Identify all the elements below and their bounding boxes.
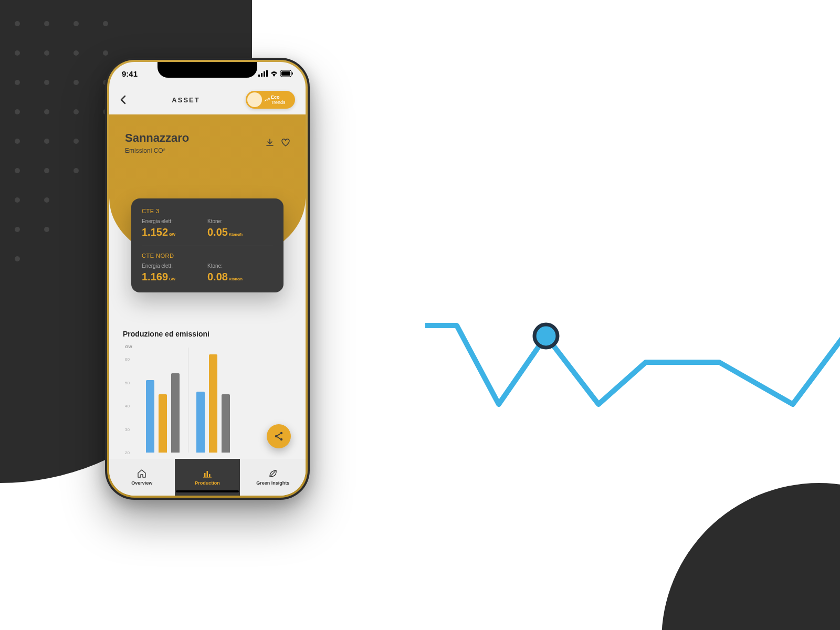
- svg-rect-15: [209, 474, 211, 477]
- home-icon: [137, 469, 146, 478]
- leaf-icon: [268, 469, 278, 478]
- share-icon: [274, 431, 284, 442]
- toggle-knob: [247, 92, 262, 107]
- svg-rect-2: [261, 73, 262, 77]
- asset-subtitle: Emissioni CO²: [125, 147, 189, 154]
- phone-mockup: 9:41 ASSET Eco Trends: [105, 58, 310, 500]
- bar: [171, 373, 180, 453]
- download-icon: [266, 139, 274, 147]
- svg-rect-6: [281, 71, 290, 76]
- section-name: CTE NORD: [142, 253, 273, 259]
- chart-title: Produzione ed emissioni: [123, 330, 292, 338]
- svg-line-11: [277, 434, 280, 436]
- tab-label: Production: [195, 480, 220, 486]
- chart-tick: 60: [125, 357, 130, 362]
- svg-point-10: [280, 438, 282, 440]
- section-name: CTE 3: [142, 208, 273, 214]
- heart-icon: [281, 139, 290, 147]
- bar-group: [146, 373, 180, 453]
- bg-shape-bottom-right: [662, 483, 840, 630]
- eco-trends-toggle[interactable]: Eco Trends: [246, 91, 295, 109]
- svg-rect-1: [258, 75, 260, 77]
- tab-overview[interactable]: Overview: [109, 459, 175, 496]
- card-section-ctenord: CTE NORD Energia elett: 1.169GW Ktone: 0…: [142, 253, 273, 283]
- metrics-card: CTE 3 Energia elett: 1.152GW Ktone: 0.05…: [131, 198, 284, 292]
- asset-title: Sannazzaro: [125, 131, 189, 145]
- back-button[interactable]: [120, 95, 126, 104]
- ktone-label: Ktone:: [207, 218, 273, 224]
- ktone-value: 0.05Ktone/h: [207, 226, 273, 238]
- app-screen: 9:41 ASSET Eco Trends: [109, 62, 306, 496]
- share-fab[interactable]: [267, 424, 291, 448]
- svg-line-12: [277, 437, 280, 439]
- wifi-icon: [270, 70, 278, 77]
- energy-value: 1.169GW: [142, 271, 207, 283]
- svg-rect-4: [266, 70, 268, 77]
- chart-tick: 30: [125, 427, 130, 432]
- energy-label: Energia elett:: [142, 218, 207, 224]
- trend-up-icon: [265, 98, 270, 102]
- chart-tick: 50: [125, 380, 130, 385]
- bar: [146, 380, 154, 453]
- download-button[interactable]: [266, 139, 274, 147]
- decorative-dot-grid: [15, 21, 120, 284]
- tab-label: Overview: [131, 480, 152, 486]
- bar-group: [196, 354, 230, 453]
- svg-rect-3: [264, 71, 265, 77]
- bar: [222, 394, 230, 453]
- card-divider: [142, 246, 273, 246]
- bar: [196, 392, 205, 453]
- chart-ylabel: GW: [125, 344, 132, 349]
- bar: [159, 394, 167, 453]
- nav-title: ASSET: [172, 96, 200, 104]
- tab-green-insights[interactable]: Green Insights: [240, 459, 306, 496]
- energy-value: 1.152GW: [142, 226, 207, 238]
- svg-rect-13: [204, 473, 206, 477]
- svg-rect-14: [207, 471, 208, 477]
- bar-chart-icon: [203, 469, 212, 478]
- chevron-left-icon: [120, 95, 126, 104]
- ktone-value: 0.08Ktone/h: [207, 271, 273, 283]
- energy-label: Energia elett:: [142, 263, 207, 269]
- ktone-label: Ktone:: [207, 263, 273, 269]
- chart-tick: 40: [125, 404, 130, 408]
- cellular-icon: [258, 70, 268, 77]
- decorative-sparkline: [425, 310, 840, 446]
- status-time: 9:41: [122, 69, 138, 78]
- svg-point-0: [534, 324, 558, 348]
- bar: [209, 354, 217, 453]
- device-notch: [158, 62, 257, 78]
- home-indicator[interactable]: [176, 490, 239, 492]
- favorite-button[interactable]: [281, 139, 290, 147]
- tab-label: Green Insights: [256, 480, 289, 486]
- chart-tick: 20: [125, 450, 130, 455]
- svg-point-9: [280, 432, 282, 434]
- svg-rect-7: [292, 72, 293, 75]
- card-section-cte3: CTE 3 Energia elett: 1.152GW Ktone: 0.05…: [142, 208, 273, 238]
- toggle-label: Eco Trends: [265, 94, 295, 105]
- battery-icon: [280, 70, 293, 77]
- nav-bar: ASSET Eco Trends: [109, 85, 306, 114]
